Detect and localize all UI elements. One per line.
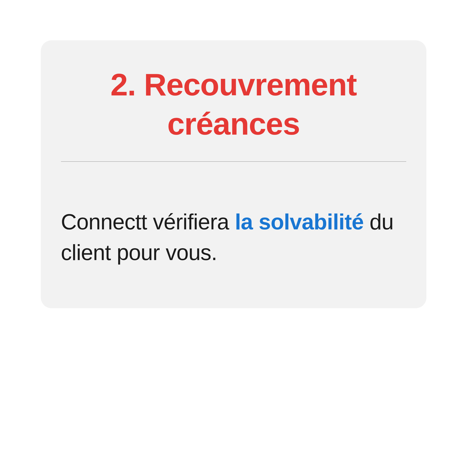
body-text-highlight: la solvabilité <box>235 209 364 234</box>
card-title: 2. Recouvrement créances <box>61 65 406 143</box>
body-text-before: Connectt vérifiera <box>61 209 235 234</box>
divider <box>61 161 406 162</box>
info-card: 2. Recouvrement créances Connectt vérifi… <box>41 40 427 308</box>
card-body-text: Connectt vérifiera la solvabilité du cli… <box>61 207 406 268</box>
